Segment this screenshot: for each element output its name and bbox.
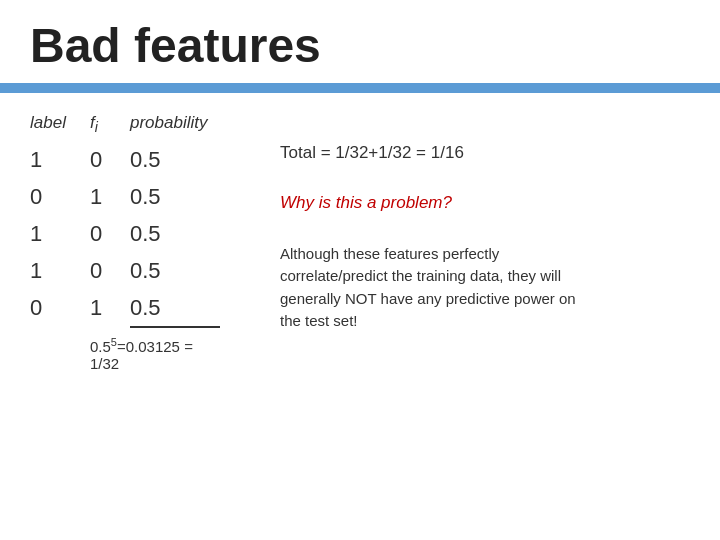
table-row: 1: [30, 143, 90, 176]
info-section: Total = 1/32+1/32 = 1/16 Why is this a p…: [280, 113, 690, 372]
main-content: label fi probability 1 0 0.5 0 1 0.5 1 0…: [0, 93, 720, 382]
table-row: 0: [90, 254, 130, 287]
blue-bar-divider: [0, 83, 720, 93]
title-section: Bad features: [0, 0, 720, 83]
page: Bad features label fi probability 1 0 0.…: [0, 0, 720, 540]
table-row: 0: [30, 291, 90, 324]
table-section: label fi probability 1 0 0.5 0 1 0.5 1 0…: [30, 113, 250, 372]
page-title: Bad features: [30, 20, 690, 73]
why-problem-label: Why is this a problem?: [280, 193, 690, 213]
table-row: 0: [90, 143, 130, 176]
table-row: 0.5: [130, 217, 220, 250]
total-line: Total = 1/32+1/32 = 1/16: [280, 143, 690, 163]
data-table: label fi probability 1 0 0.5 0 1 0.5 1 0…: [30, 113, 250, 372]
table-row: 1: [30, 254, 90, 287]
col-header-probability: probability: [130, 113, 220, 137]
explanation-text: Although these features perfectly correl…: [280, 243, 600, 333]
col-header-label: label: [30, 113, 90, 137]
product-base: 0.5: [90, 338, 111, 355]
table-row: 1: [90, 180, 130, 213]
table-row: 0: [90, 217, 130, 250]
table-row: 0.5: [130, 143, 220, 176]
table-row: 0.5: [130, 180, 220, 213]
table-row: 1: [90, 291, 130, 324]
product-line: 0.55=0.03125 = 1/32: [90, 334, 220, 372]
table-row-last: 0.5: [130, 291, 220, 328]
col-header-fi: fi: [90, 113, 130, 139]
table-row: 0.5: [130, 254, 220, 287]
table-row: 0: [30, 180, 90, 213]
table-row: 1: [30, 217, 90, 250]
